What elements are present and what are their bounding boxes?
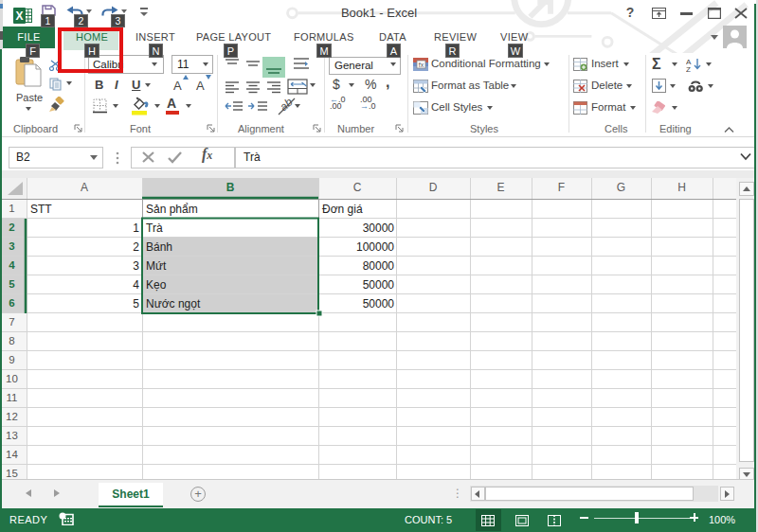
svg-text:ab: ab xyxy=(277,95,295,114)
svg-text:X: X xyxy=(15,9,23,23)
svg-text:Z: Z xyxy=(686,65,691,72)
svg-text:fx: fx xyxy=(419,62,424,68)
